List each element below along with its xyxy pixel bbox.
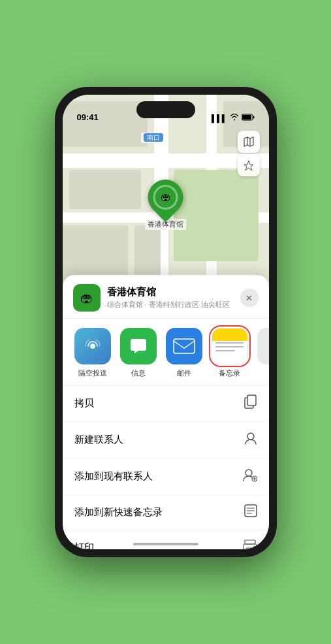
action-new-contact[interactable]: 新建联系人	[63, 422, 269, 459]
pin-circle: 🏟	[140, 172, 190, 222]
mail-label: 邮件	[177, 368, 191, 378]
map-label-tag: 南口	[144, 133, 163, 142]
bottom-sheet: 🏟 香港体育馆 综合体育馆 · 香港特别行政区 油尖旺区 ✕	[63, 275, 269, 549]
new-contact-icon	[244, 431, 257, 449]
more-icon	[257, 328, 269, 364]
map-green-block1	[174, 170, 259, 261]
share-row: 隔空投送 信息	[63, 319, 269, 385]
action-quick-note[interactable]: 添加到新快速备忘录	[63, 495, 269, 530]
notes-icon	[212, 328, 248, 364]
airdrop-label: 隔空投送	[78, 368, 107, 378]
wifi-icon	[230, 114, 239, 122]
share-item-mail[interactable]: 邮件	[165, 328, 204, 378]
airdrop-icon	[74, 328, 111, 364]
svg-rect-6	[174, 339, 195, 353]
phone-frame: 09:41 ▌▌▌	[55, 87, 277, 557]
home-indicator	[133, 543, 198, 545]
map-controls[interactable]	[238, 131, 260, 176]
phone-screen: 09:41 ▌▌▌	[63, 95, 269, 549]
pin-inner: 🏟	[153, 185, 178, 210]
svg-rect-8	[247, 395, 256, 406]
svg-rect-1	[242, 115, 251, 120]
location-button[interactable]	[238, 154, 260, 176]
mail-icon	[166, 328, 202, 364]
svg-point-5	[90, 344, 95, 349]
venue-subtitle: 综合体育馆 · 香港特别行政区 油尖旺区	[107, 300, 240, 310]
add-contact-icon	[243, 468, 257, 485]
action-list: 拷贝 新建联系人	[63, 385, 269, 549]
svg-point-21	[253, 546, 255, 547]
svg-point-9	[247, 433, 254, 440]
notes-label: 备忘录	[219, 368, 240, 378]
share-item-airdrop[interactable]: 隔空投送	[73, 328, 112, 378]
location-pin: 🏟 香港体育馆	[145, 180, 186, 230]
print-icon	[243, 539, 257, 549]
svg-rect-18	[245, 540, 255, 544]
action-print[interactable]: 打印	[63, 530, 269, 549]
pin-emoji: 🏟	[161, 191, 171, 203]
action-copy-label: 拷贝	[74, 397, 94, 410]
action-copy[interactable]: 拷贝	[63, 385, 269, 422]
action-add-contact[interactable]: 添加到现有联系人	[63, 459, 269, 495]
action-new-contact-label: 新建联系人	[74, 434, 123, 446]
venue-info: 香港体育馆 综合体育馆 · 香港特别行政区 油尖旺区	[107, 286, 240, 310]
action-print-label: 打印	[74, 541, 94, 549]
messages-icon	[120, 328, 157, 364]
dynamic-island	[136, 101, 195, 118]
svg-rect-20	[246, 548, 254, 549]
status-icons: ▌▌▌	[212, 114, 254, 123]
map-block3	[69, 170, 141, 209]
map-type-button[interactable]	[238, 131, 260, 153]
status-time: 09:41	[77, 112, 99, 123]
map-label: 南口	[141, 133, 168, 143]
sheet-header: 🏟 香港体育馆 综合体育馆 · 香港特别行政区 油尖旺区 ✕	[63, 275, 269, 319]
action-add-contact-label: 添加到现有联系人	[74, 470, 153, 483]
svg-point-10	[245, 470, 252, 476]
action-quick-note-label: 添加到新快速备忘录	[74, 506, 163, 519]
venue-name: 香港体育馆	[107, 286, 240, 298]
share-item-messages[interactable]: 信息	[119, 328, 158, 378]
venue-icon: 🏟	[73, 284, 101, 312]
share-item-notes[interactable]: 备忘录	[210, 328, 249, 378]
messages-label: 信息	[131, 368, 146, 378]
copy-icon	[244, 394, 257, 412]
svg-rect-2	[253, 116, 254, 119]
battery-icon	[242, 114, 255, 122]
share-item-more[interactable]: 提	[256, 328, 269, 378]
quick-note-icon	[244, 504, 257, 521]
signal-icon: ▌▌▌	[212, 114, 227, 122]
close-button[interactable]: ✕	[240, 289, 259, 307]
